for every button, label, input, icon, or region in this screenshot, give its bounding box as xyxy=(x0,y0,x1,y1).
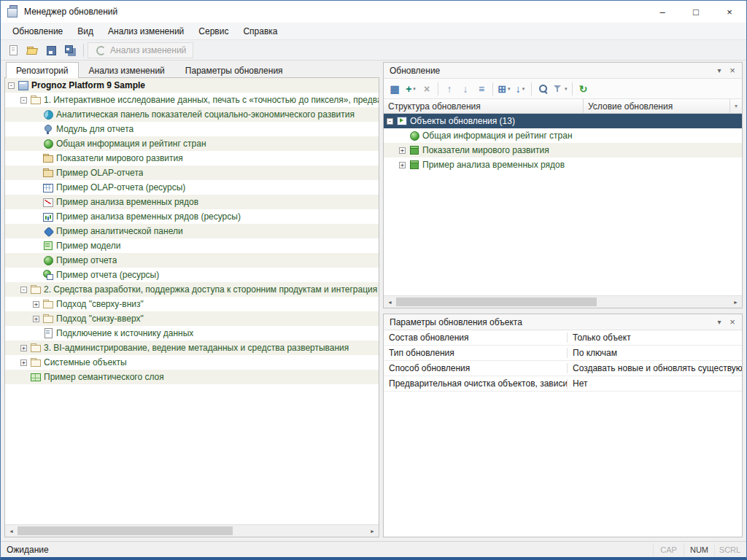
sort-button[interactable]: ↓▾ xyxy=(512,81,528,97)
tree-item[interactable]: Пример семантического слоя xyxy=(5,370,379,384)
expand-icon[interactable]: + xyxy=(33,301,39,308)
column-condition[interactable]: Условие обновления xyxy=(584,99,730,113)
tree-item[interactable]: Пример отчета xyxy=(5,253,379,268)
tree-item[interactable]: +Подход "снизу-вверх" xyxy=(5,311,379,326)
folder-tan-icon xyxy=(42,167,54,179)
table-row[interactable]: Способ обновления Создавать новые и обно… xyxy=(384,361,742,376)
tree-item[interactable]: -Prognoz Platform 9 Sample xyxy=(5,78,379,93)
tree-item[interactable]: +Показатели мирового развития xyxy=(384,143,742,158)
tree-item[interactable]: Аналитическая панель показателей социаль… xyxy=(5,107,379,122)
move-up-button[interactable]: ↑ xyxy=(441,81,457,97)
maximize-button[interactable]: □ xyxy=(679,1,713,23)
menu-view[interactable]: Вид xyxy=(70,24,101,39)
toolbar-separator xyxy=(83,44,84,57)
parameter-value[interactable]: Создавать новые и обновлять существующие xyxy=(568,363,742,373)
table-row[interactable]: Состав обновления Только объект xyxy=(384,330,742,346)
tab-change-analysis[interactable]: Анализ изменений xyxy=(79,62,175,78)
move-down-button[interactable]: ↓ xyxy=(457,81,473,97)
cube-green-icon xyxy=(409,144,420,156)
change-analysis-button[interactable]: Анализ изменений xyxy=(88,42,193,58)
parameter-value[interactable]: Нет xyxy=(568,378,742,389)
delete-button[interactable]: × xyxy=(419,81,435,97)
tree-view-button[interactable]: ⊞▾ xyxy=(496,81,512,97)
scroll-track[interactable] xyxy=(396,296,729,308)
tree-item[interactable]: -2. Средства разработки, поддержка досту… xyxy=(5,282,379,297)
parameter-value[interactable]: По ключам xyxy=(568,348,742,358)
update-structure-button[interactable]: ▦ xyxy=(387,81,403,97)
refresh-button[interactable]: ↻ xyxy=(576,81,592,97)
collapse-icon[interactable]: - xyxy=(8,82,15,89)
tree-item[interactable]: Пример анализа временных рядов xyxy=(5,195,379,209)
expand-icon[interactable]: + xyxy=(33,316,39,322)
close-button[interactable]: × xyxy=(713,1,746,23)
menu-service[interactable]: Сервис xyxy=(191,24,236,39)
chevron-down-icon[interactable]: ▾ xyxy=(522,86,525,92)
panel-menu-icon[interactable]: ▾ xyxy=(713,316,726,329)
open-button[interactable] xyxy=(23,42,42,59)
chevron-down-icon[interactable]: ▾ xyxy=(413,86,416,92)
scroll-track[interactable] xyxy=(18,525,366,537)
tree-item[interactable]: Пример аналитической панели xyxy=(5,224,379,238)
tree-item[interactable]: Пример отчета (ресурсы) xyxy=(5,268,379,282)
tree-item[interactable]: Подключение к источнику данных xyxy=(5,326,379,341)
expand-icon[interactable]: + xyxy=(399,147,406,154)
panel-close-icon[interactable]: × xyxy=(726,64,739,77)
minimize-button[interactable]: – xyxy=(646,1,679,23)
horizontal-splitter[interactable] xyxy=(383,308,743,314)
menu-update[interactable]: Обновление xyxy=(5,24,70,39)
levels-button[interactable]: ≡ xyxy=(473,81,489,97)
update-horizontal-scrollbar[interactable]: ◄ ► xyxy=(384,295,742,308)
folder-icon xyxy=(30,342,42,354)
scroll-left-icon[interactable]: ◄ xyxy=(384,296,396,308)
collapse-icon[interactable]: - xyxy=(20,97,27,104)
chevron-down-icon[interactable]: ▾ xyxy=(565,86,568,92)
tab-update-parameters[interactable]: Параметры обновления xyxy=(175,62,293,78)
tree-item[interactable]: Пример анализа временных рядов (ресурсы) xyxy=(5,209,379,224)
menu-change-analysis[interactable]: Анализ изменений xyxy=(101,24,191,39)
table-row[interactable]: Предварительная очистка объектов, зависи… xyxy=(384,376,742,392)
table-row[interactable]: Тип обновления По ключам xyxy=(384,346,742,361)
save-all-button[interactable] xyxy=(61,42,80,59)
tree-item[interactable]: Общая информация и рейтинг стран xyxy=(384,128,742,143)
repository-panel: Репозиторий Анализ изменений Параметры о… xyxy=(4,62,379,537)
expand-icon[interactable]: + xyxy=(20,359,27,366)
panel-menu-icon[interactable]: ▾ xyxy=(713,64,726,77)
chart-res-icon xyxy=(42,211,54,222)
tree-item[interactable]: Модуль для отчета xyxy=(5,122,379,136)
tree-item[interactable]: Пример модели xyxy=(5,238,379,253)
tree-item[interactable]: Пример OLAP-отчета xyxy=(5,166,379,180)
tab-repository[interactable]: Репозиторий xyxy=(6,62,79,78)
scroll-right-icon[interactable]: ► xyxy=(366,525,379,537)
tree-item[interactable]: -Объекты обновления (13) xyxy=(384,114,742,128)
tree-item[interactable]: +Подход "сверху-вниз" xyxy=(5,297,379,311)
add-button[interactable]: +▾ xyxy=(403,81,419,97)
scroll-right-icon[interactable]: ► xyxy=(729,296,742,308)
expand-icon[interactable]: + xyxy=(20,345,27,351)
parameter-value[interactable]: Только объект xyxy=(568,332,742,343)
left-horizontal-scrollbar[interactable]: ◄ ► xyxy=(5,524,379,537)
expand-icon[interactable]: + xyxy=(399,162,406,168)
scroll-thumb[interactable] xyxy=(396,298,597,306)
tree-item[interactable]: +Системные объекты xyxy=(5,355,379,370)
chevron-down-icon[interactable]: ▾ xyxy=(508,86,511,92)
filter-icon xyxy=(552,83,563,94)
panel-close-icon[interactable]: × xyxy=(726,316,739,329)
tree-item[interactable]: Общая информация и рейтинг стран xyxy=(5,136,379,151)
save-button[interactable] xyxy=(42,42,61,59)
tree-item[interactable]: Пример OLAP-отчета (ресурсы) xyxy=(5,180,379,195)
scroll-left-icon[interactable]: ◄ xyxy=(5,525,18,537)
column-filter-button[interactable]: ▾ xyxy=(730,99,742,113)
search-button[interactable] xyxy=(535,81,551,97)
tree-item[interactable]: +Пример анализа временных рядов xyxy=(384,158,742,172)
tree-item[interactable]: +3. BI-администрирование, ведение метада… xyxy=(5,341,379,355)
tree-item[interactable]: Показатели мирового развития xyxy=(5,151,379,166)
column-structure[interactable]: Структура обновления xyxy=(384,99,584,113)
delete-icon: × xyxy=(424,84,430,94)
menu-help[interactable]: Справка xyxy=(236,24,285,39)
scroll-thumb[interactable] xyxy=(18,526,233,535)
collapse-icon[interactable]: - xyxy=(20,287,27,293)
filter-button[interactable]: ▾ xyxy=(551,81,569,97)
tree-item[interactable]: -1. Интерактивное исследование данных, п… xyxy=(5,93,379,107)
collapse-icon[interactable]: - xyxy=(387,118,393,125)
new-button[interactable] xyxy=(4,42,23,59)
